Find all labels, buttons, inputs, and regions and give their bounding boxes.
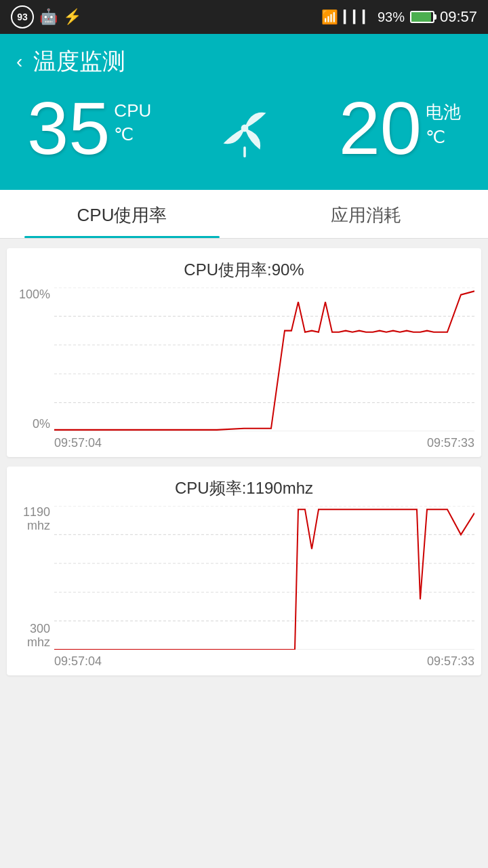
charts-area: CPU使用率:90% 100% 0% 09:57:0 (0, 239, 488, 685)
cpu-temp-unit-col: CPU ℃ (114, 91, 151, 145)
temp-panel: 35 CPU ℃ 20 (0, 77, 488, 190)
freq-chart-time-start: 09:57:04 (54, 654, 102, 669)
cpu-usage-chart-card: CPU使用率:90% 100% 0% 09:57:0 (7, 248, 481, 457)
robot-icon: 🤖 (39, 8, 58, 26)
cpu-usage-chart-title: CPU使用率:90% (14, 259, 474, 281)
app-header: ‹ 温度监测 (0, 34, 488, 77)
cpu-chart-y-bottom: 0% (14, 417, 50, 431)
usb-icon: ⚡ (63, 8, 81, 26)
battery-temp-label: 电池 (426, 100, 461, 124)
svg-point-1 (242, 125, 248, 132)
clock: 09:57 (440, 8, 477, 26)
tab-cpu-usage[interactable]: CPU使用率 (0, 190, 244, 238)
battery-temp-block: 20 电池 ℃ (339, 91, 461, 165)
signal-icon: ▎▎▎ (344, 9, 372, 24)
cpu-freq-chart-title: CPU频率:1190mhz (14, 477, 474, 499)
back-button[interactable]: ‹ (16, 51, 22, 73)
battery-percentage: 93% (378, 9, 405, 25)
freq-chart-time-end: 09:57:33 (427, 654, 474, 669)
cpu-temp-value: 35 (27, 91, 110, 165)
cpu-temp-unit: ℃ (114, 124, 151, 145)
wifi-icon: 📶 (321, 9, 338, 25)
svg-rect-2 (244, 146, 247, 157)
page-title: 温度监测 (33, 46, 125, 77)
cpu-chart-time-row: 09:57:04 09:57:33 (54, 436, 474, 450)
freq-chart-y-bottom: 300 mhz (14, 623, 50, 650)
status-left: 93 🤖 ⚡ (11, 5, 81, 28)
notification-badge: 93 (11, 5, 34, 28)
cpu-chart-time-start: 09:57:04 (54, 436, 102, 450)
cpu-freq-chart-svg-wrap (54, 506, 474, 650)
tab-app-consumption[interactable]: 应用消耗 (244, 190, 488, 238)
battery-icon (410, 11, 434, 23)
battery-temp-unit-col: 电池 ℃ (426, 91, 461, 148)
cpu-chart-time-end: 09:57:33 (427, 436, 474, 450)
cpu-usage-chart-svg-wrap (54, 288, 474, 431)
battery-temp-value: 20 (339, 91, 422, 165)
cpu-usage-chart-container: 100% 0% 09:57:04 09:57:33 (14, 288, 474, 450)
tab-bar: CPU使用率 应用消耗 (0, 190, 488, 239)
status-right: 📶 ▎▎▎ 93% 09:57 (321, 8, 477, 26)
cpu-freq-chart-container: 1190 mhz 300 mhz (14, 506, 474, 669)
battery-temp-unit: ℃ (426, 127, 461, 148)
cpu-chart-y-top: 100% (14, 288, 50, 302)
cpu-freq-chart-card: CPU频率:1190mhz 1190 mhz 300 mhz (7, 467, 481, 675)
cpu-temp-label: CPU (114, 100, 151, 121)
status-bar: 93 🤖 ⚡ 📶 ▎▎▎ 93% 09:57 (0, 0, 488, 34)
fan-icon (214, 98, 275, 159)
cpu-temp-block: 35 CPU ℃ (27, 91, 151, 165)
freq-chart-y-top: 1190 mhz (14, 506, 50, 533)
freq-chart-time-row: 09:57:04 09:57:33 (54, 654, 474, 669)
